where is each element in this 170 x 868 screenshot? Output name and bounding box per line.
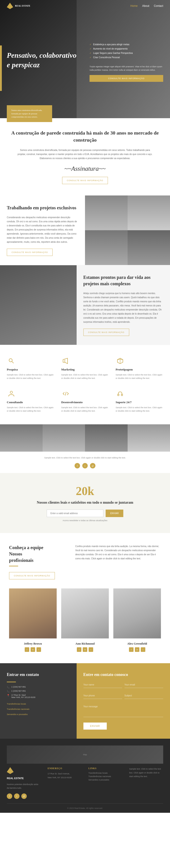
hero-description: Turpis egestas integer eget aliquet nibh… bbox=[89, 65, 163, 71]
contact-gold-divider bbox=[7, 682, 16, 682]
contact-subject-group bbox=[124, 692, 163, 699]
contact-link-1[interactable]: Transferências locais bbox=[7, 702, 70, 706]
service-suporte: Suporte 24/7 Sample text. Click to selec… bbox=[116, 387, 163, 415]
gallery-image-4 bbox=[128, 424, 170, 452]
logo-text: REAL ESTATE bbox=[15, 4, 30, 7]
contact-phone2: 1 (234) 567-891 bbox=[11, 690, 26, 692]
contact-name-input[interactable] bbox=[83, 682, 122, 688]
alex-twitter-icon[interactable]: t bbox=[141, 647, 145, 652]
contact-left: Entrar em contato 📞 1 (234) 567-891 📞 1 … bbox=[0, 663, 77, 739]
section-trabalho-title: Trabalhando em projetos exclusivos bbox=[7, 205, 78, 211]
ann-twitter-icon[interactable]: t bbox=[89, 647, 93, 652]
hero-checklist: Estabeleça a apa para atingir metas Aume… bbox=[89, 43, 163, 60]
footer-link-2[interactable]: Transferências nacionais bbox=[88, 775, 122, 778]
svg-line-1 bbox=[12, 361, 13, 363]
contact-form bbox=[83, 682, 163, 720]
section-trabalho: Trabalhando em projetos exclusivos Consi… bbox=[0, 195, 170, 265]
footer-top: REAL ESTATE Nuntres potentes distribuiçã… bbox=[7, 767, 163, 799]
section-30anos-title: A construção de parede construída há mai… bbox=[9, 129, 161, 144]
jeffrey-twitter-icon[interactable]: t bbox=[37, 647, 41, 652]
contact-message-textarea[interactable] bbox=[83, 704, 163, 717]
team-photo-ann bbox=[61, 588, 109, 639]
contact-link-3[interactable]: Servandos e pousados bbox=[7, 712, 70, 716]
footer-link-3[interactable]: Servandos e pousados bbox=[88, 779, 122, 781]
contact-email-group bbox=[124, 682, 163, 688]
service-prototipagem: Prototipagem Sample text. Click to selec… bbox=[116, 354, 163, 382]
team-section: Conheça a equipe Nossos profissionais CO… bbox=[0, 533, 170, 663]
contact-link-2[interactable]: Transferências nacionais bbox=[7, 707, 70, 711]
section-30anos-desc: Somos uma construtora diversificada, for… bbox=[17, 148, 153, 160]
footer-copyright: © 2023 Real Estate. All rights reserved. bbox=[7, 807, 163, 809]
service-marketing: Marketing Sample text. Click to select t… bbox=[61, 354, 109, 382]
gallery-section bbox=[0, 424, 170, 452]
jeffrey-facebook-icon[interactable]: f bbox=[25, 647, 29, 652]
footer-address-title: Endereço bbox=[48, 767, 82, 770]
hero-cta-button[interactable]: CONSULTE MAIS INFORMAÇÃO bbox=[89, 75, 163, 82]
headset-icon bbox=[116, 389, 125, 398]
team-social-alex: f in t bbox=[113, 647, 161, 652]
footer-map-label: Map bbox=[83, 753, 87, 756]
newsletter-input[interactable] bbox=[47, 509, 103, 517]
alex-linkedin-icon[interactable]: in bbox=[135, 647, 139, 652]
team-intro-left: Conheça a equipe Nossos profissionais CO… bbox=[9, 544, 66, 579]
team-cta-button[interactable]: CONSULTE MAIS INFORMAÇÃO bbox=[9, 572, 55, 579]
footer-social: f t @ bbox=[7, 794, 41, 799]
section-trabalho-cta[interactable]: CONSULTE MAIS INFORMAÇÃO bbox=[7, 249, 53, 256]
gold-divider bbox=[9, 566, 18, 566]
svg-point-0 bbox=[9, 359, 12, 362]
hero-checklist-item-3: Lugar Seguro para Ganhar Perspectiva bbox=[89, 52, 163, 54]
signature: ~~Assinatura~~ bbox=[9, 165, 161, 172]
alex-facebook-icon[interactable]: f bbox=[129, 647, 133, 652]
team-name-ann: Ann Richmond bbox=[61, 642, 109, 646]
contact-right-title: Entre em contato conosco bbox=[83, 672, 163, 677]
contact-right: Entre em contato conosco ENVIAR bbox=[77, 663, 170, 739]
contact-phone2-item: 📞 1 (234) 567-891 bbox=[7, 690, 70, 692]
footer: Map REAL ESTATE Nuntres potentes distrib… bbox=[0, 739, 170, 812]
newsletter-form: ENVIAR bbox=[9, 509, 161, 517]
footer-col-brand: REAL ESTATE Nuntres potentes distribuiçã… bbox=[7, 767, 41, 799]
footer-address: 17 Rue St. Saul Avenue, New York, NY 101… bbox=[48, 772, 82, 779]
nav-about[interactable]: About bbox=[142, 4, 149, 7]
facebook-icon[interactable]: f bbox=[75, 463, 80, 468]
nav-links: Home About Contact bbox=[130, 4, 163, 7]
contact-email-input[interactable] bbox=[124, 682, 163, 688]
counter-number: 20k bbox=[9, 484, 161, 498]
ann-linkedin-icon[interactable]: in bbox=[83, 647, 87, 652]
contact-subject-input[interactable] bbox=[124, 692, 163, 699]
contact-submit-button[interactable]: ENVIAR bbox=[83, 722, 107, 730]
twitter-icon[interactable]: t bbox=[82, 463, 88, 468]
contact-phone-input[interactable] bbox=[83, 692, 122, 699]
instagram-icon[interactable]: @ bbox=[90, 463, 95, 468]
service-consultando: Consultando Sample text. Click to select… bbox=[7, 387, 54, 415]
team-social-jeffrey: f in t bbox=[9, 647, 57, 652]
section-prontos-cta[interactable]: CONSULTE MAIS INFORMAÇÃO bbox=[83, 329, 129, 336]
gallery-social: f t @ bbox=[7, 463, 163, 468]
gallery-image-2 bbox=[43, 424, 85, 452]
service-suporte-title: Suporte 24/7 bbox=[116, 401, 163, 404]
svg-marker-2 bbox=[63, 358, 68, 364]
footer-link-1[interactable]: Transferências locais bbox=[88, 772, 122, 774]
contact-name-group bbox=[83, 682, 122, 688]
gallery-image-1 bbox=[0, 424, 43, 452]
service-marketing-desc: Sample text. Click to select the text bo… bbox=[61, 373, 109, 380]
navigation: REAL ESTATE Home About Contact bbox=[0, 0, 170, 12]
nav-contact[interactable]: Contact bbox=[154, 4, 163, 7]
newsletter-submit[interactable]: ENVIAR bbox=[105, 509, 123, 517]
nav-home[interactable]: Home bbox=[130, 4, 138, 7]
team-grid: Jeffrey Brown f in t Ann Richmond f in t… bbox=[9, 588, 161, 652]
service-prototipagem-desc: Sample text. Click to select the text bo… bbox=[116, 373, 163, 380]
gallery-image-3 bbox=[85, 424, 128, 452]
footer-twitter-icon[interactable]: t bbox=[14, 794, 19, 799]
footer-logo-icon bbox=[7, 767, 13, 774]
footer-instagram-icon[interactable]: @ bbox=[21, 794, 27, 799]
ann-facebook-icon[interactable]: f bbox=[77, 647, 81, 652]
gallery-caption: Sample text. Click to select the text bo… bbox=[0, 452, 170, 473]
jeffrey-linkedin-icon[interactable]: in bbox=[31, 647, 35, 652]
team-member-2: Ann Richmond f in t bbox=[61, 588, 109, 652]
phone-icon: 📞 bbox=[7, 686, 9, 688]
footer-facebook-icon[interactable]: f bbox=[7, 794, 12, 799]
section-30anos-cta[interactable]: CONSULTE MAIS INFORMAÇÃO bbox=[62, 177, 108, 184]
logo[interactable]: REAL ESTATE bbox=[7, 3, 30, 9]
section-prontos-image bbox=[0, 265, 77, 345]
gallery-caption-text: Sample text. Click to select the text bo… bbox=[28, 456, 142, 460]
